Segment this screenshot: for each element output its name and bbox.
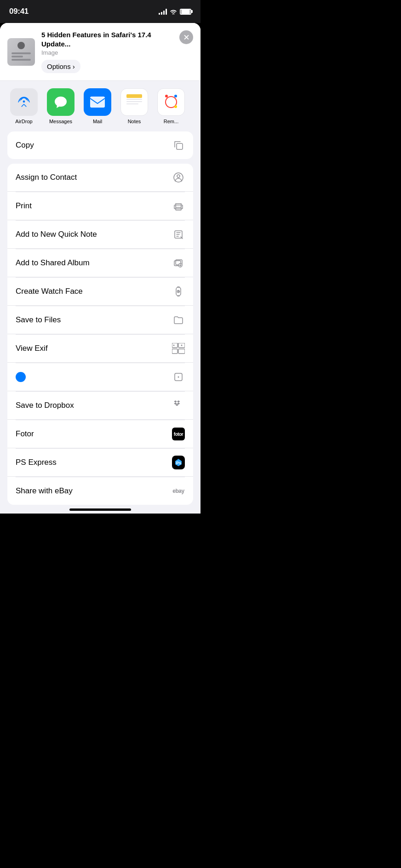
shared-album-action[interactable]: Add to Shared Album bbox=[7, 249, 193, 277]
share-subtitle: Image bbox=[41, 49, 173, 56]
unknown-blue-left bbox=[16, 372, 26, 382]
app-item-mail[interactable]: Mail bbox=[81, 88, 114, 124]
home-indicator bbox=[0, 505, 200, 514]
ps-express-label: PS Express bbox=[16, 458, 57, 467]
ebay-text-icon: ebay bbox=[172, 488, 184, 494]
svg-point-16 bbox=[177, 175, 180, 177]
options-button[interactable]: Options › bbox=[41, 60, 80, 73]
blue-dot-icon bbox=[16, 372, 26, 382]
copy-label: Copy bbox=[16, 141, 34, 150]
actions-section: Copy Assign to Contact bbox=[0, 131, 200, 505]
assign-contact-action[interactable]: Assign to Contact bbox=[7, 164, 193, 192]
copy-group: Copy bbox=[7, 131, 193, 159]
svg-point-2 bbox=[55, 97, 67, 107]
svg-line-29 bbox=[178, 291, 179, 292]
unknown-blue-action[interactable] bbox=[7, 363, 193, 391]
airdrop-icon bbox=[10, 88, 38, 116]
app-item-reminders[interactable]: Rem... bbox=[155, 88, 188, 124]
fotor-icon-img: fotor bbox=[172, 428, 185, 440]
view-exif-icon bbox=[172, 342, 185, 355]
shared-album-label: Add to Shared Album bbox=[16, 258, 90, 268]
reminders-app-icon bbox=[157, 88, 185, 116]
dropbox-label: Save to Dropbox bbox=[16, 401, 74, 410]
svg-text:Ps: Ps bbox=[176, 461, 181, 465]
svg-rect-7 bbox=[126, 101, 142, 102]
reminders-label: Rem... bbox=[164, 119, 178, 124]
watch-face-icon bbox=[172, 285, 185, 298]
ebay-action[interactable]: Share with eBay ebay bbox=[7, 477, 193, 505]
shared-album-icon bbox=[172, 257, 185, 269]
share-sheet: 5 Hidden Features in Safari's 17.4 Updat… bbox=[0, 23, 200, 514]
svg-rect-33 bbox=[178, 349, 185, 354]
watch-face-label: Create Watch Face bbox=[16, 287, 83, 296]
copy-icon bbox=[172, 139, 185, 152]
share-title-area: 5 Hidden Features in Safari's 17.4 Updat… bbox=[41, 30, 173, 73]
copy-action[interactable]: Copy bbox=[7, 131, 193, 159]
battery-icon bbox=[180, 9, 191, 15]
close-button[interactable] bbox=[179, 30, 193, 44]
app-item-messages[interactable]: Messages bbox=[44, 88, 77, 124]
notes-label: Notes bbox=[128, 119, 141, 124]
messages-app-icon bbox=[47, 88, 74, 116]
view-exif-action[interactable]: View Exif bbox=[7, 335, 193, 363]
ps-express-icon: Ps bbox=[172, 456, 185, 469]
svg-point-19 bbox=[181, 206, 182, 207]
save-files-action[interactable]: Save to Files bbox=[7, 306, 193, 334]
apps-section: AirDrop Messages bbox=[0, 81, 200, 131]
svg-rect-9 bbox=[161, 92, 181, 112]
svg-rect-14 bbox=[177, 143, 183, 149]
svg-point-1 bbox=[23, 100, 25, 103]
svg-rect-8 bbox=[126, 103, 138, 104]
svg-rect-30 bbox=[172, 343, 178, 348]
ebay-icon: ebay bbox=[172, 485, 185, 497]
fotor-action[interactable]: Fotor fotor bbox=[7, 420, 193, 448]
ps-express-action[interactable]: PS Express Ps bbox=[7, 449, 193, 477]
svg-rect-32 bbox=[172, 349, 178, 354]
unknown-icon bbox=[172, 371, 185, 383]
quick-note-label: Add to New Quick Note bbox=[16, 230, 97, 239]
ebay-label: Share with eBay bbox=[16, 486, 73, 496]
assign-contact-label: Assign to Contact bbox=[16, 173, 77, 182]
print-action[interactable]: Print bbox=[7, 192, 193, 220]
mail-app-icon bbox=[84, 88, 111, 116]
save-files-label: Save to Files bbox=[16, 315, 61, 325]
save-files-icon bbox=[172, 314, 185, 326]
share-title: 5 Hidden Features in Safari's 17.4 Updat… bbox=[41, 30, 173, 48]
status-time: 09:41 bbox=[9, 7, 29, 16]
svg-point-13 bbox=[174, 105, 177, 108]
dropbox-icon bbox=[172, 399, 185, 412]
main-actions-group: Assign to Contact Print bbox=[7, 164, 193, 505]
share-header: 5 Hidden Features in Safari's 17.4 Updat… bbox=[0, 23, 200, 81]
status-icons bbox=[159, 9, 191, 15]
app-item-notes[interactable]: Notes bbox=[118, 88, 151, 124]
fotor-label: Fotor bbox=[16, 429, 34, 439]
print-icon bbox=[172, 200, 185, 212]
notes-app-icon bbox=[120, 88, 148, 116]
assign-contact-icon bbox=[172, 171, 185, 184]
dropbox-action[interactable]: Save to Dropbox bbox=[7, 392, 193, 420]
svg-rect-6 bbox=[126, 99, 142, 100]
svg-rect-3 bbox=[90, 97, 105, 108]
app-item-airdrop[interactable]: AirDrop bbox=[7, 88, 40, 124]
svg-point-12 bbox=[174, 95, 177, 97]
mail-label: Mail bbox=[93, 119, 102, 124]
watch-face-action[interactable]: Create Watch Face bbox=[7, 278, 193, 306]
view-exif-label: View Exif bbox=[16, 344, 48, 353]
svg-point-37 bbox=[178, 377, 179, 378]
print-label: Print bbox=[16, 201, 32, 211]
svg-rect-5 bbox=[126, 94, 142, 98]
home-bar bbox=[69, 508, 131, 511]
svg-point-11 bbox=[165, 95, 168, 97]
quick-note-icon bbox=[172, 228, 185, 241]
airdrop-label: AirDrop bbox=[15, 119, 32, 124]
ps-icon-img: Ps bbox=[172, 456, 185, 469]
fotor-icon: fotor bbox=[172, 428, 185, 440]
apps-scroll: AirDrop Messages bbox=[0, 88, 200, 124]
signal-icon bbox=[159, 9, 167, 15]
messages-label: Messages bbox=[49, 119, 72, 124]
wifi-icon bbox=[170, 9, 177, 15]
status-bar: 09:41 bbox=[0, 0, 200, 23]
quick-note-action[interactable]: Add to New Quick Note bbox=[7, 221, 193, 249]
svg-point-35 bbox=[181, 345, 183, 346]
svg-point-34 bbox=[173, 345, 175, 346]
